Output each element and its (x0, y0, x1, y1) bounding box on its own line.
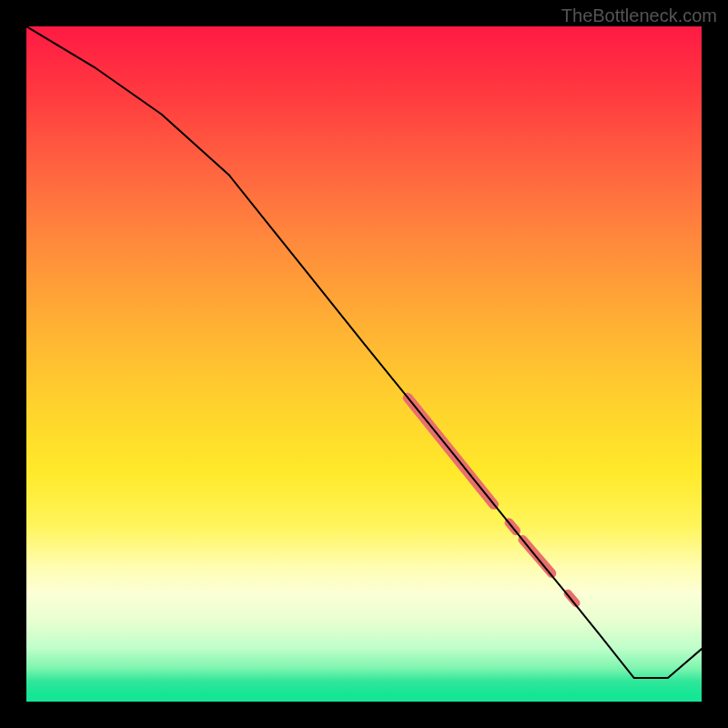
main-curve-path (26, 26, 702, 678)
chart-container: TheBottleneck.com (0, 0, 728, 728)
watermark-text: TheBottleneck.com (561, 5, 717, 26)
plot-area (26, 26, 702, 702)
chart-svg (26, 26, 702, 702)
